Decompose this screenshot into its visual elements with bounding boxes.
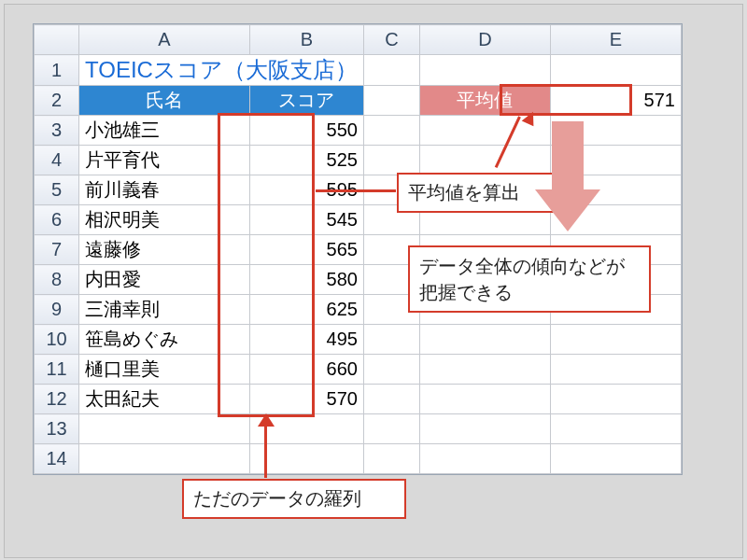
cell-D14[interactable] [419,444,550,474]
cell-name[interactable]: 笹島めぐみ [79,325,250,355]
row-header-5[interactable]: 5 [35,175,79,205]
cell-name[interactable]: 遠藤修 [79,235,250,265]
row-header-1[interactable]: 1 [35,55,79,86]
row-header-11[interactable]: 11 [35,355,79,385]
row-10: 10 笹島めぐみ 495 [35,325,682,355]
cell-E12[interactable] [550,385,681,414]
row-header-4[interactable]: 4 [35,146,79,175]
row-11: 11 樋口里美 660 [35,355,682,385]
column-header-row: A B C D E [35,25,682,55]
cell-D11[interactable] [419,355,550,385]
row-header-7[interactable]: 7 [35,235,79,265]
row-header-12[interactable]: 12 [35,385,79,414]
cell-score[interactable]: 660 [249,355,363,385]
cell-E13[interactable] [550,414,681,444]
arrow-connector-left [316,189,396,192]
header-score[interactable]: スコア [249,86,363,116]
col-header-E[interactable]: E [550,25,681,55]
cell-name[interactable]: 小池雄三 [79,116,250,146]
cell-score[interactable]: 565 [249,235,363,265]
cell-D4[interactable] [419,146,550,175]
cell-score[interactable]: 495 [249,325,363,355]
cell-C4[interactable] [363,146,419,175]
header-name[interactable]: 氏名 [79,86,250,116]
col-header-C[interactable]: C [363,25,419,55]
row-header-2[interactable]: 2 [35,86,79,116]
cell-name[interactable]: 樋口里美 [79,355,250,385]
cell-average-value[interactable]: 571 [550,86,681,116]
row-12: 12 太田紀夫 570 [35,385,682,414]
cell-C13[interactable] [363,414,419,444]
row-header-10[interactable]: 10 [35,325,79,355]
callout-trend: データ全体の傾向などが把握できる [408,245,651,313]
row-14: 14 [35,444,682,474]
cell-A14[interactable] [79,444,250,474]
row-2: 2 氏名 スコア 平均値 571 [35,86,682,116]
cell-C3[interactable] [363,116,419,146]
cell-score[interactable]: 525 [249,146,363,175]
row-13: 13 [35,414,682,444]
cell-D10[interactable] [419,325,550,355]
select-all-corner[interactable] [35,25,79,55]
cell-C12[interactable] [363,385,419,414]
col-header-A[interactable]: A [79,25,250,55]
cell-E10[interactable] [550,325,681,355]
cell-score[interactable]: 545 [249,205,363,235]
cell-score[interactable]: 570 [249,385,363,414]
row-header-8[interactable]: 8 [35,265,79,295]
cell-A13[interactable] [79,414,250,444]
row-header-3[interactable]: 3 [35,116,79,146]
title-cell[interactable]: TOEICスコア（大阪支店） [79,55,364,86]
row-header-6[interactable]: 6 [35,205,79,235]
cell-name[interactable]: 片平育代 [79,146,250,175]
cell-score[interactable]: 625 [249,295,363,325]
cell-C1[interactable] [363,55,419,86]
cell-C2[interactable] [363,86,419,116]
cell-score[interactable]: 550 [249,116,363,146]
cell-C11[interactable] [363,355,419,385]
cell-C10[interactable] [363,325,419,355]
cell-E14[interactable] [550,444,681,474]
cell-name[interactable]: 内田愛 [79,265,250,295]
cell-name[interactable]: 三浦幸則 [79,295,250,325]
cell-D1[interactable] [419,55,550,86]
callout-list: ただのデータの羅列 [182,479,406,519]
row-header-14[interactable]: 14 [35,444,79,474]
block-arrow-down [535,121,600,233]
cell-E1[interactable] [550,55,681,86]
arrow-to-list [264,420,267,478]
cell-name[interactable]: 前川義春 [79,175,250,205]
row-1: 1 TOEICスコア（大阪支店） [35,55,682,86]
cell-D12[interactable] [419,385,550,414]
callout-average: 平均値を算出 [397,173,556,213]
cell-score[interactable]: 580 [249,265,363,295]
col-header-D[interactable]: D [419,25,550,55]
cell-E11[interactable] [550,355,681,385]
cell-C14[interactable] [363,444,419,474]
cell-name[interactable]: 相沢明美 [79,205,250,235]
row-header-13[interactable]: 13 [35,414,79,444]
cell-name[interactable]: 太田紀夫 [79,385,250,414]
arrow-head-to-list [258,413,275,427]
row-header-9[interactable]: 9 [35,295,79,325]
col-header-B[interactable]: B [249,25,363,55]
cell-D13[interactable] [419,414,550,444]
